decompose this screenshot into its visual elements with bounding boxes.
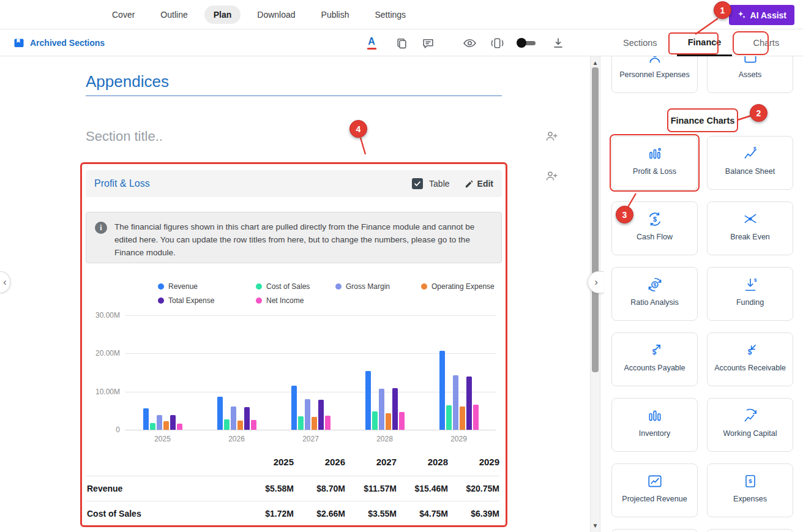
break-even-icon [742,210,758,228]
bar [251,420,256,430]
legend-dot [256,298,262,304]
annotation-step-4: 4 [349,120,367,138]
font-color-icon[interactable]: A [365,37,378,50]
bar [177,424,182,430]
table-row-revenue: Revenue $5.58M $8.70M $11.57M $15.46M $2… [86,476,499,501]
chart-card-break-even[interactable]: Break Even [707,201,793,255]
bar-group-2025 [125,315,200,430]
bar-group-2028 [348,315,422,430]
column-header: 2029 [448,453,499,476]
archived-sections-button[interactable]: Archived Sections [13,29,105,56]
chart-card-expenses[interactable]: $ Expenses [707,463,793,517]
chart-card-partial[interactable] [707,529,793,532]
projected-revenue-icon [647,472,663,490]
table-row-cost-of-sales: Cost of Sales $1.72M $2.66M $3.55M $4.75… [86,501,499,526]
toggle-switch[interactable] [517,37,536,48]
chart-card-accounts-receivable[interactable]: $ Accounts Receivable [707,332,793,386]
plan-nav-tabs: Cover Outline Plan Download Publish Sett… [103,0,415,29]
legend-item-net-income[interactable]: Net Income [256,296,335,305]
profit-loss-chart: 30.00M 20.00M 10.00M 0 20252026202720282… [86,310,502,452]
top-navigation-bar: Cover Outline Plan Download Publish Sett… [0,0,803,29]
x-axis-labels: 20252026202720282029 [125,435,496,443]
bar [399,412,405,430]
y-axis-label: 30.00M [86,311,120,320]
cell: $5.58M [242,476,294,501]
chart-card-partial[interactable] [611,529,698,532]
bar [325,416,331,430]
svg-text:$: $ [652,215,656,223]
tab-download[interactable]: Download [248,6,304,24]
chart-block-title[interactable]: Profit & Loss [94,178,150,189]
chart-card-accounts-payable[interactable]: $ Accounts Payable [611,332,698,386]
chart-card-balance-sheet[interactable]: $ Balance Sheet [707,136,793,190]
add-collaborator-icon[interactable] [544,168,559,183]
left-panel-collapse-button[interactable]: ‹ [0,271,10,293]
archived-sections-icon [13,37,24,48]
panel-tab-sections[interactable]: Sections [612,29,668,56]
chart-legend: Revenue Cost of Sales Gross Margin Opera… [158,282,519,305]
row-label[interactable]: Revenue [86,476,242,501]
table-row-gross-margin: Gross Margin $3.85M $6.04M $8.02M $10.70… [86,526,499,532]
row-label[interactable]: Gross Margin [86,526,242,532]
x-axis-label: 2028 [348,435,422,443]
tab-publish[interactable]: Publish [312,6,359,24]
tab-plan[interactable]: Plan [204,6,241,24]
chart-card-ratio-analysis[interactable]: $ Ratio Analysis [611,267,698,321]
x-axis-label: 2027 [274,435,348,443]
legend-item-revenue[interactable]: Revenue [158,282,256,291]
column-header: 2028 [397,453,448,476]
chart-card-assets[interactable]: Assets [707,56,793,93]
bar [170,415,176,430]
scrollbar-thumb[interactable] [592,67,599,372]
edit-button[interactable]: Edit [465,179,493,189]
assets-icon [742,56,758,66]
scroll-up-icon[interactable]: ▲ [591,59,600,66]
tab-outline[interactable]: Outline [151,6,196,24]
add-collaborator-icon[interactable] [544,129,559,143]
eye-icon[interactable] [463,36,477,50]
x-axis-label: 2026 [200,435,274,443]
legend-item-gross-margin[interactable]: Gross Margin [335,282,421,291]
download-icon[interactable] [552,37,564,49]
title-underline [86,96,502,96]
profit-loss-table: 2025 2026 2027 2028 2029 Revenue $5.58M … [86,453,499,532]
chart-plot-area [125,315,496,430]
chevron-right-icon: › [594,276,598,288]
legend-item-total-expense[interactable]: Total Expense [158,296,256,305]
app-root: Cover Outline Plan Download Publish Sett… [0,0,803,532]
section-title-input[interactable]: Section title.. [86,129,163,144]
personnel-icon [647,56,663,66]
cell: $20.75M [448,476,499,501]
column-header: 2026 [294,453,345,476]
device-preview-icon[interactable] [490,36,504,50]
bar [237,421,243,430]
table-checkbox-label: Table [429,179,449,189]
tab-cover[interactable]: Cover [103,6,144,24]
chart-card-profit-loss[interactable]: Profit & Loss [611,136,698,190]
finance-charts-group-label: Finance Charts [667,108,738,132]
chart-card-working-capital[interactable]: Working Capital [707,398,793,452]
comment-icon[interactable] [422,37,435,50]
panel-tab-charts[interactable]: Charts [742,29,790,56]
ai-assist-button[interactable]: AI Assist [729,5,794,25]
legend-dot [158,283,164,290]
finance-chart-cards: Profit & Loss $ Balance Sheet $ Cash Flo… [611,136,793,532]
legend-item-operating-expense[interactable]: Operating Expense [421,282,519,291]
scroll-down-icon[interactable]: ▼ [591,522,600,529]
chart-card-projected-revenue[interactable]: Projected Revenue [611,463,698,517]
tab-settings[interactable]: Settings [365,6,415,24]
cash-flow-icon: $ [647,210,663,228]
copy-icon[interactable] [395,37,408,50]
table-checkbox[interactable] [412,178,423,189]
legend-item-cost-of-sales[interactable]: Cost of Sales [256,282,335,291]
panel-tab-finance[interactable]: Finance [677,29,733,56]
document-canvas: Appendices Section title.. Profit & Loss… [52,56,536,532]
bar [453,375,458,430]
page-title[interactable]: Appendices [86,72,169,91]
row-label[interactable]: Cost of Sales [86,501,242,526]
chart-card-inventory[interactable]: Inventory [611,398,698,452]
chart-card-personnel-expenses[interactable]: Personnel Expenses [611,56,698,93]
chart-card-funding[interactable]: $ Funding [707,267,793,321]
y-axis-label: 10.00M [86,388,120,396]
document-scrollbar[interactable]: ▲ ▼ [590,56,600,532]
